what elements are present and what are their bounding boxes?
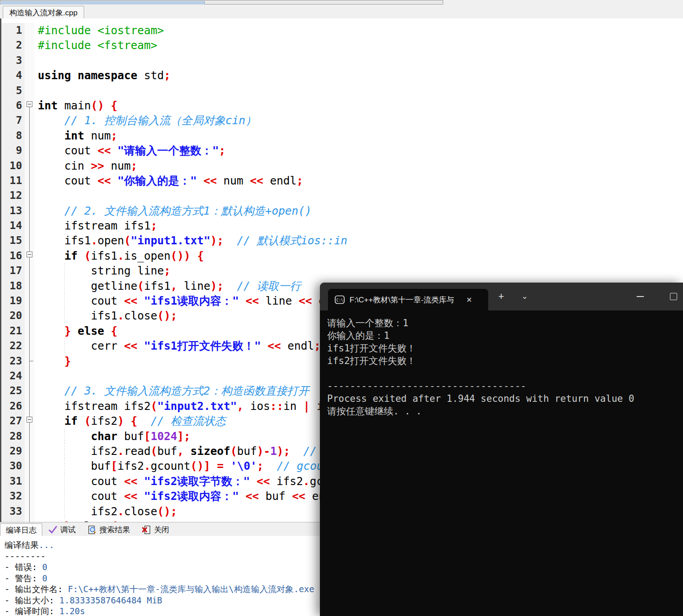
code-line: 5 — [1, 83, 683, 98]
code-text: getline(ifs1, line); // 读取一行 — [35, 279, 301, 293]
svg-text:C:\: C:\ — [337, 298, 343, 302]
code-text: using namespace std; — [35, 68, 171, 83]
line-number: 14 — [1, 218, 25, 233]
code-line: 3 — [1, 53, 683, 68]
code-text: cout << "你输入的是：" << num << endl; — [35, 173, 303, 188]
code-line: 11 cout << "你输入的是：" << num << endl; — [1, 173, 683, 188]
maximize-button[interactable] — [670, 293, 677, 300]
top-scrollbar-strip — [0, 0, 683, 4]
line-number: 5 — [1, 83, 25, 98]
editor-tab-title: 构造输入流对象.cpp — [9, 8, 77, 18]
line-number: 17 — [1, 263, 25, 278]
line-number: 15 — [1, 233, 25, 248]
line-number: 6 — [1, 98, 25, 113]
scrollbar-thumb[interactable] — [1, 1, 205, 4]
fold-margin — [25, 354, 35, 369]
code-line: 8 int num; — [1, 128, 683, 143]
line-number: 12 — [1, 188, 25, 203]
terminal-line: 请按任意键继续. . . — [327, 405, 681, 418]
fold-margin — [25, 203, 35, 218]
panel-tab-编译日志[interactable]: 编译日志 — [0, 523, 42, 536]
line-number: 2 — [1, 38, 25, 53]
fold-margin — [25, 338, 35, 353]
cmd-icon: C:\ — [334, 294, 345, 305]
code-line: 6int main() { — [1, 98, 683, 113]
terminal-titlebar[interactable]: C:\ F:\C++教材\第十一章-流类库与 ✕ + ⌄ — [320, 283, 683, 310]
code-text: #include <fstream> — [35, 38, 157, 53]
terminal-tab[interactable]: C:\ F:\C++教材\第十一章-流类库与 ✕ — [328, 289, 488, 310]
fold-margin — [25, 293, 35, 308]
fold-margin — [25, 519, 35, 522]
line-number: 27 — [1, 414, 25, 428]
panel-tab-label: 调试 — [60, 525, 76, 535]
new-tab-button[interactable]: + — [494, 290, 509, 304]
code-text: #include <iostream> — [35, 23, 164, 38]
code-text: ifs1.close(); — [35, 308, 177, 323]
fold-margin — [25, 233, 35, 248]
code-line: 4using namespace std; — [1, 68, 683, 83]
line-number: 3 — [1, 53, 25, 68]
fold-margin — [25, 188, 35, 203]
fold-margin — [25, 128, 35, 143]
code-text: cout << "请输入一个整数："; — [35, 143, 225, 158]
code-text: ifs2.read(buf, sizeof(buf)-1); // 读取数据 — [35, 444, 367, 459]
tab-dropdown-button[interactable]: ⌄ — [517, 290, 532, 304]
fold-margin — [25, 489, 35, 504]
fold-margin — [25, 383, 35, 398]
code-text: string line; — [35, 263, 171, 278]
minimize-button[interactable] — [637, 296, 644, 297]
line-number: 22 — [1, 338, 25, 353]
fold-margin — [25, 83, 35, 98]
fold-toggle-icon[interactable] — [27, 101, 32, 107]
code-line: 13 // 2. 文件输入流构造方式1：默认构造+open() — [1, 203, 683, 218]
fold-margin — [25, 23, 35, 38]
fold-toggle-icon[interactable] — [27, 252, 32, 257]
line-number: 1 — [1, 23, 25, 38]
code-line: 9 cout << "请输入一个整数："; — [1, 143, 683, 158]
code-line: 10 cin >> num; — [1, 158, 683, 173]
code-text: int num; — [35, 128, 117, 143]
terminal-window[interactable]: C:\ F:\C++教材\第十一章-流类库与 ✕ + ⌄ 请输入一个整数：1你输… — [320, 283, 683, 616]
line-number: 25 — [1, 383, 25, 398]
fold-margin — [25, 399, 35, 414]
code-line: 1#include <iostream> — [1, 23, 683, 38]
code-line: 2#include <fstream> — [1, 38, 683, 53]
terminal-line: ----------------------------------- — [327, 380, 681, 392]
fold-margin — [25, 414, 35, 428]
fold-margin — [25, 248, 35, 263]
panel-tab-搜索结果[interactable]: 搜索结果 — [81, 523, 136, 536]
code-text: // 1. 控制台输入流（全局对象cin） — [35, 113, 256, 128]
fold-margin — [25, 113, 35, 128]
code-text: cout << "ifs1读取内容：" << line << endl; — [35, 293, 352, 308]
terminal-line: 你输入的是：1 — [327, 329, 681, 342]
fold-margin — [25, 53, 35, 68]
fold-margin — [25, 38, 35, 53]
code-text: if (ifs1.is_open()) { — [35, 248, 204, 263]
line-number: 29 — [1, 444, 25, 459]
code-text: ifs2.close(); — [35, 504, 177, 519]
line-number: 34 — [1, 519, 25, 522]
fold-margin — [25, 143, 35, 158]
code-text: ifs1.open("input1.txt"); // 默认模式ios::in — [35, 233, 347, 248]
line-number: 28 — [1, 429, 25, 444]
fold-toggle-icon[interactable] — [27, 417, 32, 423]
fold-margin — [25, 369, 35, 383]
line-number: 33 — [1, 504, 25, 519]
fold-margin — [25, 263, 35, 278]
line-number: 13 — [1, 203, 25, 218]
line-number: 26 — [1, 399, 25, 414]
code-text: cout << "ifs2读取内容：" << buf << endl; — [35, 489, 345, 504]
tab-close-icon[interactable]: ✕ — [466, 296, 472, 304]
panel-tab-关闭[interactable]: 关闭 — [136, 523, 175, 536]
panel-tab-调试[interactable]: 调试 — [42, 523, 81, 536]
line-number: 32 — [1, 489, 25, 504]
code-text: cerr << "ifs1打开文件失败！" << endl; — [35, 338, 321, 353]
code-line: 12 — [1, 188, 683, 203]
line-number: 4 — [1, 68, 25, 83]
editor-tab-active[interactable]: 构造输入流对象.cpp — [3, 6, 84, 19]
horizontal-scrollbar[interactable] — [0, 0, 443, 4]
code-text: } — [35, 354, 71, 369]
code-line: 14 ifstream ifs1; — [1, 218, 683, 233]
terminal-output[interactable]: 请输入一个整数：1你输入的是：1ifs1打开文件失败！ifs2打开文件失败！ -… — [327, 317, 681, 614]
fold-margin — [25, 98, 35, 113]
